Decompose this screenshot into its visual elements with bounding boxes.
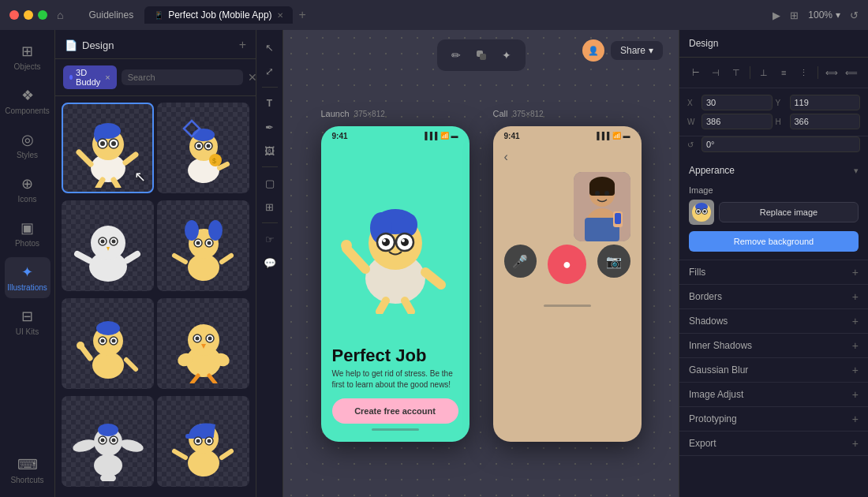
- sidebar-item-objects[interactable]: ⊞ Objects: [5, 36, 51, 77]
- sidebar-item-photos[interactable]: ▣ Photos: [5, 213, 51, 254]
- asset-item-2[interactable]: $: [157, 103, 249, 193]
- effects-canvas-tool[interactable]: ✦: [496, 44, 518, 66]
- shadows-row[interactable]: Shadows +: [679, 309, 868, 334]
- create-account-button[interactable]: Create free account: [332, 398, 458, 424]
- inner-shadows-row[interactable]: Inner Shadows +: [679, 334, 868, 358]
- camera-button[interactable]: 📷: [597, 245, 630, 278]
- select-tool[interactable]: ↖: [259, 36, 281, 58]
- asset-item-1[interactable]: ↖: [62, 103, 154, 193]
- add-tab-button[interactable]: +: [294, 8, 311, 22]
- align-center-v-button[interactable]: ≡: [775, 64, 792, 81]
- export-add-icon[interactable]: +: [852, 437, 859, 450]
- borders-row[interactable]: Borders +: [679, 285, 868, 309]
- fills-add-icon[interactable]: +: [852, 266, 859, 278]
- zoom-value: 100%: [808, 9, 832, 21]
- distribute-v-button[interactable]: ⟸: [843, 64, 860, 81]
- hand-tool[interactable]: ☞: [259, 228, 281, 250]
- rotation-input[interactable]: [702, 136, 860, 152]
- history-icon[interactable]: ↺: [850, 9, 859, 21]
- sidebar-item-shortcuts[interactable]: ⌨ Shortcuts: [5, 450, 51, 491]
- svg-line-51: [126, 360, 136, 369]
- pen-canvas-tool[interactable]: ✏: [445, 44, 467, 66]
- filter-clear-icon[interactable]: ✕: [248, 71, 257, 84]
- remove-background-button[interactable]: Remove background: [689, 231, 859, 252]
- sidebar-item-label: Icons: [18, 195, 37, 204]
- image-tool[interactable]: 🖼: [259, 140, 281, 162]
- asset-item-6[interactable]: [157, 298, 249, 389]
- align-left-button[interactable]: ⊢: [687, 64, 705, 81]
- play-icon[interactable]: ▶: [773, 9, 780, 21]
- export-row[interactable]: Export +: [679, 432, 868, 456]
- canvas-area[interactable]: ✏ ✦ 👤 Share ▾ Launch 375×812: [283, 30, 679, 497]
- align-top-button[interactable]: ⊥: [755, 64, 773, 81]
- inner-shadows-add-icon[interactable]: +: [852, 339, 859, 352]
- share-button[interactable]: Share ▾: [611, 41, 663, 60]
- grid-tool[interactable]: ⊞: [259, 196, 281, 218]
- y-input[interactable]: [790, 95, 861, 110]
- borders-add-icon[interactable]: +: [852, 290, 859, 303]
- filter-tag-label: 3D Buddy: [76, 68, 102, 87]
- sidebar-item-icons[interactable]: ⊕ Icons: [5, 169, 51, 210]
- comment-tool[interactable]: 💬: [259, 252, 281, 274]
- asset-item-7[interactable]: [62, 396, 154, 487]
- launch-text: Perfect Job We help to get rid of stress…: [332, 346, 458, 390]
- appearance-header[interactable]: Apperance ▾: [679, 159, 868, 182]
- close-button[interactable]: [9, 10, 19, 20]
- filter-tag-close-icon[interactable]: ×: [105, 73, 110, 82]
- home-icon[interactable]: ⌂: [57, 9, 63, 21]
- tab-close-icon[interactable]: ✕: [277, 11, 283, 20]
- svg-point-27: [100, 239, 104, 243]
- text-tool[interactable]: T: [259, 92, 281, 114]
- image-thumbnail: [689, 200, 714, 225]
- align-center-h-button[interactable]: ⊣: [708, 64, 725, 81]
- distribute-h-button[interactable]: ⟺: [823, 64, 840, 81]
- w-input[interactable]: [702, 114, 773, 129]
- fills-row[interactable]: Fills +: [679, 260, 868, 285]
- sidebar-item-styles[interactable]: ◎ Styles: [5, 125, 51, 166]
- fill-canvas-tool[interactable]: [470, 44, 492, 66]
- call-frame-label: Call: [493, 109, 508, 118]
- end-call-button[interactable]: ●: [548, 245, 586, 284]
- tab-guidelines[interactable]: Guidelines: [79, 6, 143, 24]
- svg-rect-105: [589, 183, 615, 196]
- sidebar-item-ui-kits[interactable]: ⊟ UI Kits: [5, 301, 51, 342]
- minimize-button[interactable]: [24, 10, 33, 20]
- fullscreen-button[interactable]: [38, 10, 47, 20]
- asset-item-8[interactable]: [157, 396, 249, 487]
- align-right-button[interactable]: ⊤: [728, 64, 745, 81]
- prototyping-add-icon[interactable]: +: [852, 413, 859, 425]
- search-input[interactable]: [122, 69, 243, 85]
- zoom-control[interactable]: 100% ▾: [808, 9, 840, 21]
- filter-tag-3d-buddy[interactable]: 3D Buddy ×: [63, 65, 117, 89]
- shadows-add-icon[interactable]: +: [852, 315, 859, 327]
- grid-icon[interactable]: ⊞: [790, 9, 799, 21]
- asset-item-5[interactable]: [62, 298, 154, 389]
- export-label: Export: [689, 438, 716, 449]
- replace-image-button[interactable]: Replace image: [719, 202, 859, 222]
- prototyping-row[interactable]: Prototyping +: [679, 407, 868, 432]
- tab-perfect-job[interactable]: 📱 Perfect Job (Mobile App) ✕: [144, 6, 292, 24]
- pen-tool[interactable]: ✒: [259, 116, 281, 138]
- call-phone-frame: 9:41 ▐▐▐ 📶 ▬ ‹: [493, 126, 642, 442]
- main-area: ⊞ Objects ❖ Components ◎ Styles ⊕ Icons …: [0, 30, 868, 497]
- asset-item-3[interactable]: [62, 200, 154, 291]
- mascot-svg: [340, 184, 451, 314]
- sidebar-item-label: Styles: [17, 151, 38, 159]
- transform-tool[interactable]: ⤢: [259, 60, 281, 82]
- h-input[interactable]: [790, 114, 861, 129]
- asset-item-4[interactable]: [157, 200, 249, 291]
- call-back-button[interactable]: ‹: [493, 145, 642, 169]
- align-bottom-button[interactable]: ⋮: [795, 64, 813, 81]
- x-input[interactable]: [702, 95, 773, 110]
- sidebar-item-components[interactable]: ❖ Components: [5, 80, 51, 121]
- sidebar-item-label: Shortcuts: [10, 476, 43, 484]
- sidebar-item-illustrations[interactable]: ✦ Illustrations: [5, 257, 51, 298]
- image-adjust-add-icon[interactable]: +: [852, 388, 859, 401]
- frame-tool[interactable]: ▢: [259, 172, 281, 194]
- gaussian-blur-add-icon[interactable]: +: [852, 364, 859, 376]
- add-asset-button[interactable]: +: [239, 38, 246, 52]
- gaussian-blur-row[interactable]: Gaussian Blur +: [679, 358, 868, 383]
- sidebar-item-label: Illustrations: [7, 283, 47, 292]
- image-adjust-row[interactable]: Image Adjust +: [679, 383, 868, 407]
- mute-button[interactable]: 🎤: [504, 245, 537, 278]
